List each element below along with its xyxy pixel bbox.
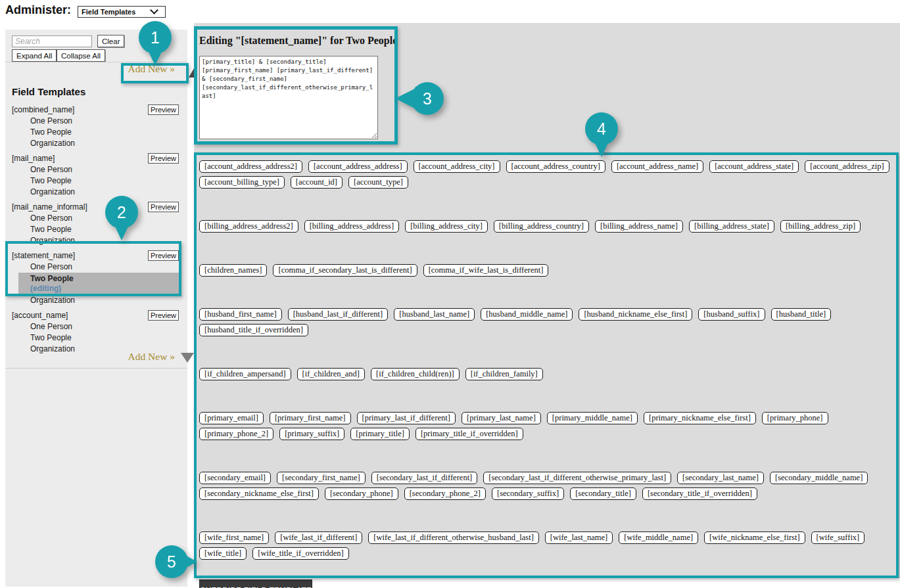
template-name[interactable]: [combined_name] <box>12 105 148 114</box>
field-tag[interactable]: [account_address_address2] <box>199 160 302 173</box>
field-tag[interactable]: [secondary_last_name] <box>677 472 764 484</box>
template-child[interactable]: Two People <box>5 332 187 344</box>
field-tag[interactable]: [primary_last_name] <box>462 412 541 424</box>
field-tag[interactable]: [account_billing_type] <box>199 176 285 189</box>
field-tag[interactable]: [billing_address_name] <box>595 220 683 233</box>
field-tag[interactable]: [husband_last_if_different] <box>288 308 389 321</box>
override-field-template-button[interactable]: OVERRIDE FIELD TEMPLATE <box>199 579 312 588</box>
clear-button[interactable]: Clear <box>97 35 124 47</box>
field-tag[interactable]: [billing_address_city] <box>405 220 488 233</box>
template-child[interactable]: Two People <box>5 224 187 235</box>
field-tag[interactable]: [secondary_last_if_different_otherwise_p… <box>483 472 671 484</box>
field-tag[interactable]: [primary_title_if_overridden] <box>415 428 523 440</box>
field-tag[interactable]: [primary_first_name] <box>270 412 351 424</box>
field-tag[interactable]: [account_address_name] <box>611 160 703 173</box>
field-tag[interactable]: [billing_address_country] <box>494 220 589 233</box>
field-tag[interactable]: [account_address_address] <box>308 160 408 173</box>
field-tag[interactable]: [primary_last_if_different] <box>357 412 456 424</box>
field-tag[interactable]: [wife_last_if_different_otherwise_husban… <box>368 531 538 544</box>
field-tag[interactable]: [wife_suffix] <box>811 531 865 544</box>
field-tag[interactable]: [account_address_state] <box>709 160 799 173</box>
template-child[interactable]: Organization <box>5 235 187 246</box>
template-child-selected[interactable]: Two People(editing) <box>18 273 179 295</box>
preview-button[interactable]: Preview <box>148 250 179 261</box>
template-child[interactable]: Two People <box>5 127 187 138</box>
template-child[interactable]: Organization <box>5 138 187 149</box>
field-tag[interactable]: [secondary_phone] <box>325 487 398 500</box>
template-child[interactable]: One Person <box>5 321 187 332</box>
field-tag[interactable]: [account_address_city] <box>414 160 500 173</box>
template-child[interactable]: One Person <box>5 261 187 273</box>
template-child[interactable]: One Person <box>5 164 187 175</box>
field-tag[interactable]: [primary_suffix] <box>279 428 344 440</box>
field-tag[interactable]: [wife_last_name] <box>545 531 613 544</box>
field-tag[interactable]: [wife_middle_name] <box>619 531 698 544</box>
field-tag[interactable]: [billing_address_address2] <box>199 220 298 233</box>
field-tag[interactable]: [billing_address_address] <box>304 220 399 233</box>
collapse-all-button[interactable]: Collapse All <box>57 49 105 62</box>
add-new-bottom-link[interactable]: Add New » <box>128 351 175 363</box>
field-tag[interactable]: [husband_last_name] <box>394 308 475 321</box>
field-tag[interactable]: [if_children_ampersand] <box>199 368 291 380</box>
field-tag[interactable]: [account_address_zip] <box>805 160 889 173</box>
field-tag[interactable]: [wife_title] <box>199 547 247 560</box>
field-tag[interactable]: [billing_address_state] <box>689 220 774 233</box>
field-tag[interactable]: [secondary_phone_2] <box>404 487 486 500</box>
field-tag[interactable]: [account_id] <box>291 176 343 189</box>
field-tag[interactable]: [wife_last_if_different] <box>275 531 362 544</box>
field-tag[interactable]: [primary_middle_name] <box>547 412 638 424</box>
field-tag[interactable]: [if_children_child(ren)] <box>371 368 460 380</box>
field-tag[interactable]: [primary_nickname_else_first] <box>644 412 756 424</box>
preview-button[interactable]: Preview <box>148 310 179 321</box>
field-tag[interactable]: [secondary_email] <box>199 472 271 484</box>
template-name[interactable]: [statement_name] <box>12 251 148 260</box>
field-tag[interactable]: [secondary_last_if_different] <box>371 472 478 484</box>
field-tag[interactable]: [primary_phone] <box>762 412 828 424</box>
field-tag[interactable]: [secondary_first_name] <box>277 472 366 484</box>
field-tag[interactable]: [secondary_middle_name] <box>770 472 868 484</box>
template-child[interactable]: Organization <box>5 187 187 198</box>
field-tag[interactable]: [wife_title_if_overridden] <box>252 547 349 560</box>
field-tag[interactable]: [children_names] <box>199 264 267 277</box>
field-tag[interactable]: [secondary_nickname_else_first] <box>199 487 319 500</box>
main-panel: Editing "[statement_name]" for Two Peopl… <box>194 23 900 578</box>
field-tag[interactable]: [billing_address_zip] <box>780 220 861 233</box>
template-group: [mail_name_informal]PreviewOne PersonTwo… <box>5 200 187 246</box>
template-child[interactable]: One Person <box>5 116 187 127</box>
field-tag[interactable]: [primary_title] <box>350 428 410 440</box>
field-tag[interactable]: [account_type] <box>348 176 408 189</box>
add-new-top-link[interactable]: Add New » <box>128 63 175 75</box>
template-child[interactable]: Two People <box>5 175 187 187</box>
administer-dropdown[interactable]: Field Templates <box>78 6 166 18</box>
preview-button[interactable]: Preview <box>148 104 179 115</box>
field-tag[interactable]: [wife_nickname_else_first] <box>704 531 805 544</box>
field-tag[interactable]: [husband_title_if_overridden] <box>199 324 308 336</box>
field-tag[interactable]: [comma_if_wife_last_is_different] <box>423 264 549 277</box>
template-name[interactable]: [account_name] <box>12 311 148 320</box>
template-editor-textarea[interactable]: [primary_title] & [secondary_title] [pri… <box>199 56 378 139</box>
field-tag[interactable]: [primary_email] <box>199 412 264 424</box>
preview-button[interactable]: Preview <box>148 153 179 164</box>
field-tag[interactable]: [secondary_suffix] <box>492 487 564 500</box>
field-tag[interactable]: [husband_suffix] <box>698 308 765 321</box>
field-tag[interactable]: [husband_title] <box>771 308 832 321</box>
template-name[interactable]: [mail_name_informal] <box>12 202 148 212</box>
field-tag[interactable]: [primary_phone_2] <box>199 428 273 440</box>
field-tag[interactable]: [husband_first_name] <box>199 308 282 321</box>
field-tag[interactable]: [husband_middle_name] <box>481 308 573 321</box>
template-child[interactable]: One Person <box>5 213 187 224</box>
scroll-down-arrow-icon[interactable] <box>181 353 194 363</box>
field-tag[interactable]: [husband_nickname_else_first] <box>579 308 692 321</box>
field-tag[interactable]: [comma_if_secondary_last_is_different] <box>273 264 417 277</box>
search-input[interactable] <box>12 35 92 47</box>
field-tag[interactable]: [secondary_title] <box>570 487 636 500</box>
field-tag[interactable]: [if_children_family] <box>465 368 543 380</box>
field-tag[interactable]: [if_children_and] <box>297 368 365 380</box>
expand-all-button[interactable]: Expand All <box>12 49 57 62</box>
template-name[interactable]: [mail_name] <box>12 154 148 163</box>
template-child[interactable]: Organization <box>5 295 187 306</box>
field-tag[interactable]: [wife_first_name] <box>199 531 269 544</box>
field-tag[interactable]: [account_address_country] <box>506 160 605 173</box>
preview-button[interactable]: Preview <box>148 202 179 212</box>
field-tag[interactable]: [secondary_title_if_overridden] <box>642 487 757 500</box>
